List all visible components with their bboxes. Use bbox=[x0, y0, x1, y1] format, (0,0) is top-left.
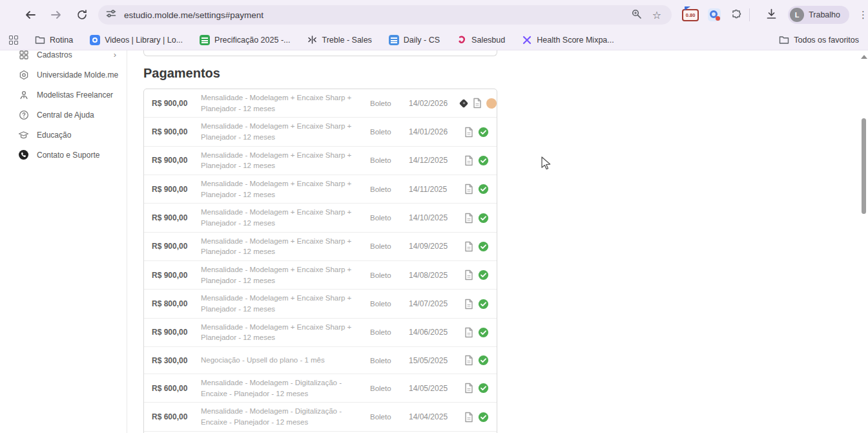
sidebar-item[interactable]: Contato e Suporte bbox=[0, 145, 127, 165]
freelancer-person-icon bbox=[18, 89, 29, 100]
bookmark-label: Health Score Mixpa... bbox=[537, 36, 614, 45]
sidebar-item[interactable]: Educação bbox=[0, 125, 127, 145]
status-paid-icon bbox=[478, 327, 489, 338]
address-bar[interactable]: estudio.molde.me/settings#payment bbox=[98, 5, 672, 25]
sidebar-item[interactable]: Central de Ajuda bbox=[0, 105, 127, 125]
sidebar-item[interactable]: Cadastros bbox=[0, 50, 127, 65]
payment-description: Mensalidade - Modelagem + Encaixe Sharp … bbox=[201, 319, 370, 346]
bookmark-item[interactable]: Precificação 2025 -... bbox=[200, 35, 290, 45]
bookmark-star-icon[interactable] bbox=[652, 9, 661, 21]
bookmark-docs-icon bbox=[389, 35, 399, 45]
payment-method: Boleto bbox=[370, 385, 409, 392]
invoice-document-icon[interactable] bbox=[464, 299, 473, 310]
payment-description: Mensalidade - Modelagem + Encaixe Sharp … bbox=[201, 118, 370, 145]
bookmark-video-icon bbox=[90, 35, 100, 45]
status-pending-icon bbox=[486, 98, 497, 109]
forward-icon[interactable] bbox=[49, 8, 63, 22]
sidebar-item-label: Educação bbox=[37, 131, 71, 140]
zoom-icon[interactable] bbox=[631, 8, 642, 22]
payment-row[interactable]: R$ 800,00 Mensalidade - Modelagem + Enca… bbox=[144, 290, 497, 318]
bookmark-item[interactable]: Salesbud bbox=[457, 35, 505, 45]
payment-description: Negociação - Upsell do plano - 1 mês bbox=[201, 352, 370, 369]
sidebar: Cadastros Universidade Molde.me bbox=[0, 50, 127, 433]
chevron-right-icon bbox=[114, 50, 116, 59]
url-text[interactable]: estudio.molde.me/settings#payment bbox=[124, 10, 631, 20]
payment-method: Boleto bbox=[370, 413, 409, 421]
scrollbar-thumb[interactable] bbox=[862, 118, 866, 214]
payment-row[interactable]: R$ 600,00 Mensalidade - Modelagem - Digi… bbox=[144, 374, 497, 403]
bookmark-item[interactable]: Treble - Sales bbox=[307, 35, 371, 45]
payment-description: Mensalidade - Modelagem + Encaixe Sharp … bbox=[201, 261, 370, 289]
status-paid-icon bbox=[478, 184, 489, 195]
invoice-document-icon[interactable] bbox=[464, 184, 473, 195]
all-bookmarks-label: Todos os favoritos bbox=[794, 36, 859, 45]
toolbar-divider bbox=[749, 8, 750, 21]
browser-menu-icon[interactable] bbox=[858, 9, 868, 21]
payment-amount: R$ 800,00 bbox=[152, 299, 201, 308]
boxes-icon bbox=[18, 50, 29, 60]
scroll-up-arrow-icon[interactable] bbox=[861, 55, 867, 59]
apps-grid-icon[interactable] bbox=[9, 36, 18, 45]
mouse-cursor bbox=[541, 156, 553, 174]
sidebar-item-label: Contato e Suporte bbox=[37, 151, 99, 160]
payment-row[interactable]: R$ 900,00 Mensalidade - Modelagem + Enca… bbox=[144, 175, 497, 204]
profile-chip[interactable]: L Trabalho bbox=[788, 6, 849, 24]
payment-date: 14/10/2025 bbox=[409, 213, 459, 222]
sidebar-item[interactable]: Modelistas Freelancer bbox=[0, 85, 127, 105]
payment-date: 15/05/2025 bbox=[409, 356, 459, 365]
payment-amount: R$ 900,00 bbox=[152, 213, 201, 222]
extensions-puzzle-icon[interactable] bbox=[730, 7, 743, 23]
status-paid-icon bbox=[478, 241, 489, 252]
sidebar-item-label: Universidade Molde.me bbox=[37, 70, 118, 79]
bookmark-label: Videos | Library | Lo... bbox=[105, 36, 183, 45]
pix-diamond-icon[interactable] bbox=[459, 99, 468, 108]
payment-row[interactable]: R$ 600,00 Mensalidade - Modelagem - Digi… bbox=[144, 403, 497, 431]
status-paid-icon bbox=[478, 269, 489, 280]
payment-row[interactable]: R$ 900,00 Mensalidade - Modelagem + Enca… bbox=[144, 261, 497, 290]
sidebar-item[interactable]: Universidade Molde.me bbox=[0, 65, 127, 85]
payment-description: Mensalidade - Modelagem + Encaixe Sharp … bbox=[201, 175, 370, 203]
previous-card-edge bbox=[143, 50, 497, 56]
bookmark-item[interactable]: Health Score Mixpa... bbox=[522, 35, 614, 45]
payment-row[interactable]: R$ 900,00 Mensalidade - Modelagem + Enca… bbox=[144, 319, 497, 347]
invoice-document-icon[interactable] bbox=[464, 355, 473, 366]
recorder-extension-icon[interactable] bbox=[708, 8, 721, 21]
invoice-document-icon[interactable] bbox=[464, 155, 473, 166]
reload-icon[interactable] bbox=[75, 8, 89, 22]
payment-row[interactable]: R$ 300,00 Negociação - Upsell do plano -… bbox=[144, 347, 497, 374]
payment-amount: R$ 600,00 bbox=[152, 384, 201, 393]
invoice-document-icon[interactable] bbox=[464, 383, 473, 394]
page-content: Cadastros Universidade Molde.me bbox=[0, 50, 868, 433]
invoice-document-icon[interactable] bbox=[464, 127, 473, 138]
payment-row[interactable]: R$ 900,00 Mensalidade - Modelagem + Enca… bbox=[144, 233, 497, 261]
payment-amount: R$ 900,00 bbox=[152, 99, 201, 108]
invoice-document-icon[interactable] bbox=[464, 327, 473, 338]
invoice-document-icon[interactable] bbox=[473, 98, 482, 109]
payment-amount: R$ 900,00 bbox=[152, 328, 201, 337]
bookmark-item[interactable]: Videos | Library | Lo... bbox=[90, 35, 183, 45]
invoice-document-icon[interactable] bbox=[464, 269, 473, 280]
invoice-document-icon[interactable] bbox=[464, 213, 473, 224]
folder-icon bbox=[779, 35, 789, 45]
tune-icon[interactable] bbox=[106, 8, 116, 21]
payment-description: Mensalidade - Modelagem + Encaixe Sharp … bbox=[201, 89, 370, 117]
bookmark-item[interactable]: Rotina bbox=[35, 35, 73, 45]
invoice-document-icon[interactable] bbox=[464, 412, 473, 423]
bookmark-item[interactable]: Daily - CS bbox=[389, 35, 440, 45]
status-paid-icon bbox=[478, 412, 489, 423]
back-icon[interactable] bbox=[23, 8, 37, 22]
page-title: Pagamentos bbox=[143, 66, 220, 81]
price-tracker-extension-icon[interactable]: 0.80 bbox=[682, 9, 699, 21]
all-bookmarks[interactable]: Todos os favoritos bbox=[779, 35, 859, 45]
payment-row[interactable]: R$ 900,00 Mensalidade - Modelagem + Enca… bbox=[144, 118, 497, 146]
payment-row[interactable]: R$ 900,00 Mensalidade - Modelagem + Enca… bbox=[144, 89, 497, 118]
payment-row[interactable]: R$ 900,00 Mensalidade - Modelagem + Enca… bbox=[144, 147, 497, 175]
page-scrollbar[interactable] bbox=[860, 50, 868, 433]
payment-row[interactable]: R$ 900,00 Mensalidade - Modelagem + Enca… bbox=[144, 204, 497, 232]
bookmark-mixpanel-icon bbox=[522, 35, 532, 45]
status-paid-icon bbox=[478, 355, 489, 366]
payment-date: 14/08/2025 bbox=[409, 271, 459, 280]
downloads-icon[interactable] bbox=[765, 8, 778, 23]
invoice-document-icon[interactable] bbox=[464, 241, 473, 252]
bookmark-folder-icon bbox=[35, 35, 45, 45]
